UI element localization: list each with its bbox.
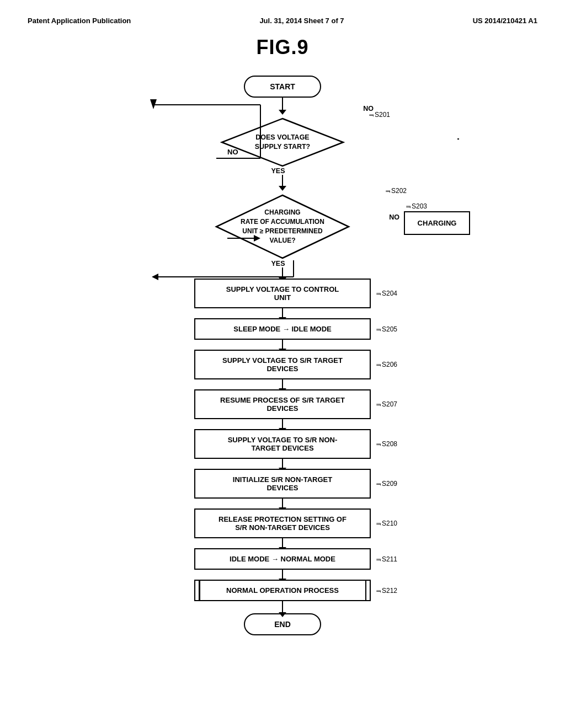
s205-label: ⫬S205 [375, 325, 397, 333]
s203-label: ⫬S203 [405, 202, 427, 210]
svg-marker-4 [150, 99, 157, 109]
s208-row: SUPPLY VOLTAGE TO S/R NON-TARGET DEVICES… [194, 429, 371, 459]
s204-box: SUPPLY VOLTAGE TO CONTROLUNIT [194, 279, 371, 308]
s206-row: SUPPLY VOLTAGE TO S/R TARGETDEVICES ⫬S20… [194, 350, 371, 379]
s202-label: ⫬S202 [385, 187, 407, 195]
s201-text: DOES VOLTAGESUPPLY START? [255, 133, 310, 152]
s207-label: ⫬S207 [375, 400, 397, 408]
s204-label: ⫬S204 [375, 290, 397, 297]
s209-box: INITIALIZE S/R NON-TARGETDEVICES [194, 469, 371, 499]
s210-label: ⫬S210 [375, 520, 397, 527]
s210-box: RELEASE PROTECTION SETTING OFS/R NON-TAR… [194, 508, 371, 538]
header-right: US 2014/210421 A1 [473, 17, 537, 25]
s211-label: ⫬S211 [375, 555, 397, 563]
page-header: Patent Application Publication Jul. 31, … [28, 17, 537, 25]
s205-row: SLEEP MODE → IDLE MODE ⫬S205 [194, 318, 371, 340]
s202-text: CHARGINGRATE OF ACCUMULATIONUNIT ≥ PREDE… [241, 208, 324, 245]
header-left: Patent Application Publication [28, 17, 131, 25]
s205-box: SLEEP MODE → IDLE MODE [194, 318, 371, 340]
s206-box: SUPPLY VOLTAGE TO S/R TARGETDEVICES [194, 350, 371, 379]
start-node: START [244, 76, 321, 98]
flowchart: START ⫬S201 DOES VOLTAGESUPPLY START? [28, 76, 537, 635]
s201-no-label: NO [363, 103, 374, 113]
s202-no-label: NO [389, 212, 399, 222]
s209-row: INITIALIZE S/R NON-TARGETDEVICES ⫬S209 [194, 469, 371, 499]
s211-row: IDLE MODE → NORMAL MODE ⫬S211 [194, 548, 371, 570]
s201-diamond: DOES VOLTAGESUPPLY START? [219, 117, 346, 167]
s209-label: ⫬S209 [375, 480, 397, 488]
s207-box: RESUME PROCESS OF S/R TARGETDEVICES [194, 389, 371, 419]
s211-box: IDLE MODE → NORMAL MODE [194, 548, 371, 570]
s203-area: ⫬S203 CHARGING [404, 202, 470, 235]
s201-yes-label: YES [271, 167, 285, 175]
s204-row: SUPPLY VOLTAGE TO CONTROLUNIT ⫬S204 [194, 279, 371, 308]
s206-label: ⫬S206 [375, 361, 397, 368]
s210-row: RELEASE PROTECTION SETTING OFS/R NON-TAR… [194, 508, 371, 538]
s212-label: ⫬S212 [375, 587, 397, 595]
svg-marker-11 [152, 274, 158, 280]
s202-yes-label: YES [271, 260, 285, 267]
s212-box: NORMAL OPERATION PROCESS [194, 580, 371, 601]
figure-title: FIG.9 [28, 36, 537, 59]
s212-row: NORMAL OPERATION PROCESS ⫬S212 [194, 580, 371, 601]
s208-label: ⫬S208 [375, 440, 397, 448]
s202-diamond: CHARGINGRATE OF ACCUMULATIONUNIT ≥ PREDE… [214, 194, 351, 260]
s202-area: ⫬S202 CHARGINGRATE OF ACCUMULATIONUNIT ≥… [89, 187, 476, 260]
s203-box: CHARGING [404, 211, 470, 235]
header-center: Jul. 31, 2014 Sheet 7 of 7 [259, 17, 344, 25]
s208-box: SUPPLY VOLTAGE TO S/R NON-TARGET DEVICES [194, 429, 371, 459]
s207-row: RESUME PROCESS OF S/R TARGETDEVICES ⫬S20… [194, 389, 371, 419]
